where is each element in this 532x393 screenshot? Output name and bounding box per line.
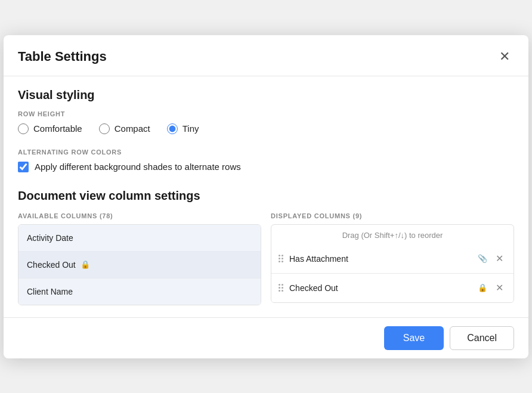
- attachment-icon: 📎: [478, 254, 487, 263]
- radio-compact[interactable]: Compact: [99, 123, 150, 134]
- close-icon: ✕: [499, 49, 510, 64]
- available-columns-label: AVAILABLE COLUMNS (78): [18, 212, 261, 219]
- modal-footer: Save Cancel: [4, 317, 528, 358]
- radio-tiny-input[interactable]: [167, 123, 178, 134]
- displayed-columns-list: Drag (Or Shift+↑/↓) to reorder Has Attac…: [271, 224, 514, 303]
- row-height-label: ROW HEIGHT: [18, 110, 514, 117]
- list-item[interactable]: Checked Out 🔒 ✕: [271, 274, 514, 302]
- table-settings-modal: Table Settings ✕ Visual styling ROW HEIG…: [4, 35, 528, 358]
- alternating-checkbox[interactable]: [18, 162, 29, 172]
- drag-hint: Drag (Or Shift+↑/↓) to reorder: [271, 225, 514, 245]
- cancel-button[interactable]: Cancel: [450, 326, 514, 350]
- list-item[interactable]: Activity Date: [18, 225, 261, 252]
- columns-section: Document view column settings AVAILABLE …: [18, 189, 514, 305]
- alternating-checkbox-text: Apply different background shades to alt…: [35, 162, 241, 172]
- remove-button[interactable]: ✕: [492, 281, 506, 295]
- modal-header: Table Settings ✕: [4, 35, 528, 76]
- alternating-label: ALTERNATING ROW COLORS: [18, 148, 514, 156]
- col-item-name: Checked Out: [27, 260, 76, 270]
- modal-title: Table Settings: [18, 49, 107, 64]
- radio-compact-input[interactable]: [99, 123, 110, 134]
- radio-comfortable[interactable]: Comfortable: [18, 123, 82, 134]
- displayed-columns-panel: DISPLAYED COLUMNS (9) Drag (Or Shift+↑/↓…: [271, 212, 514, 305]
- radio-comfortable-label: Comfortable: [33, 123, 82, 134]
- modal-body: Visual styling ROW HEIGHT Comfortable Co…: [4, 76, 528, 317]
- visual-styling-title: Visual styling: [18, 88, 514, 102]
- columns-layout: AVAILABLE COLUMNS (78) Activity Date Che…: [18, 212, 514, 305]
- disp-item-name: Has Attachment: [289, 254, 472, 264]
- list-item[interactable]: Client Name: [18, 278, 261, 305]
- modal-overlay: Table Settings ✕ Visual styling ROW HEIG…: [0, 0, 532, 393]
- alternating-section: ALTERNATING ROW COLORS Apply different b…: [18, 148, 514, 172]
- row-height-options: Comfortable Compact Tiny: [18, 123, 514, 134]
- save-button[interactable]: Save: [384, 326, 444, 350]
- radio-tiny[interactable]: Tiny: [167, 123, 199, 134]
- visual-styling-section: Visual styling ROW HEIGHT Comfortable Co…: [18, 88, 514, 172]
- col-item-name: Activity Date: [27, 233, 73, 243]
- remove-button[interactable]: ✕: [492, 252, 506, 266]
- lock-icon: 🔒: [478, 283, 487, 292]
- col-item-name: Client Name: [27, 287, 73, 296]
- list-item[interactable]: Checked Out 🔒: [18, 252, 261, 278]
- displayed-columns-label: DISPLAYED COLUMNS (9): [271, 212, 514, 219]
- alternating-checkbox-label[interactable]: Apply different background shades to alt…: [18, 162, 514, 172]
- radio-compact-label: Compact: [115, 123, 150, 134]
- radio-comfortable-input[interactable]: [18, 123, 29, 134]
- disp-item-name: Checked Out: [289, 283, 472, 293]
- close-button[interactable]: ✕: [495, 47, 514, 66]
- list-item[interactable]: Has Attachment 📎 ✕: [271, 245, 514, 274]
- available-columns-panel: AVAILABLE COLUMNS (78) Activity Date Che…: [18, 212, 261, 305]
- available-columns-list[interactable]: Activity Date Checked Out 🔒 Client Name: [18, 224, 261, 305]
- drag-handle-icon[interactable]: [279, 255, 283, 262]
- drag-handle-icon[interactable]: [279, 284, 283, 292]
- columns-section-title: Document view column settings: [18, 189, 514, 203]
- radio-tiny-label: Tiny: [183, 123, 199, 134]
- lock-icon: 🔒: [81, 260, 90, 269]
